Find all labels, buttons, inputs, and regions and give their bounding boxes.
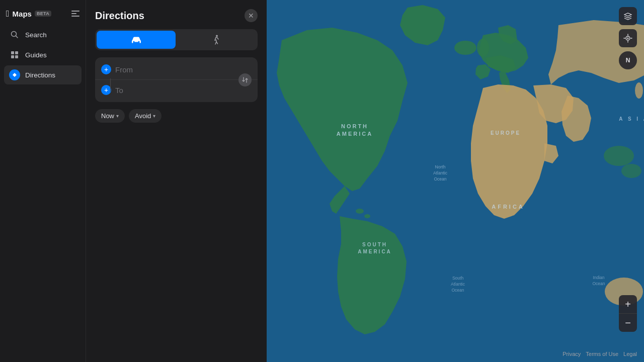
svg-text:Atlantic: Atlantic (451, 282, 465, 287)
close-button[interactable]: ✕ (245, 9, 258, 22)
zoom-controls: + − (619, 295, 637, 332)
map-layers-button[interactable] (619, 7, 637, 25)
from-input-row: + (95, 59, 258, 79)
svg-text:AFRICA: AFRICA (492, 204, 525, 210)
transport-tabs (95, 29, 258, 50)
svg-point-18 (604, 146, 634, 166)
map-footer: Privacy Terms of Use Legal (562, 351, 637, 357)
search-label: Search (25, 31, 47, 39)
time-chevron-icon: ▾ (116, 113, 119, 119)
app-header:  Maps BETA (0, 6, 86, 25)
avoid-option-label: Avoid (135, 112, 151, 120)
avoid-option-button[interactable]: Avoid ▾ (129, 109, 162, 123)
sidebar-collapse-button[interactable] (71, 11, 79, 17)
svg-point-13 (454, 41, 476, 55)
to-plus-icon[interactable]: + (101, 85, 111, 95)
legal-link[interactable]: Legal (623, 351, 637, 357)
location-icon (623, 34, 632, 43)
drive-tab[interactable] (97, 31, 176, 49)
apple-logo-icon:  (6, 9, 10, 18)
zoom-out-button[interactable]: − (619, 314, 637, 332)
guides-icon (9, 49, 20, 60)
svg-text:South: South (452, 276, 463, 281)
compass-label: N (626, 57, 630, 64)
compass-button[interactable]: N (619, 51, 637, 69)
app-name-label: Maps (13, 10, 32, 18)
svg-point-15 (364, 214, 370, 218)
svg-rect-1 (71, 13, 76, 14)
svg-rect-7 (11, 55, 14, 58)
svg-text:SOUTH: SOUTH (362, 242, 387, 247)
svg-point-19 (621, 164, 641, 178)
sidebar-item-search[interactable]: Search (4, 25, 82, 44)
directions-panel: Directions ✕ + + (86, 0, 267, 362)
svg-text:Ocean: Ocean (592, 281, 605, 286)
walk-tab[interactable] (177, 31, 256, 49)
panel-title: Directions (95, 10, 144, 22)
directions-label: Directions (25, 71, 55, 79)
svg-rect-0 (71, 11, 79, 12)
route-inputs: + + (95, 57, 258, 102)
layers-icon (623, 12, 632, 21)
from-input[interactable] (115, 65, 252, 74)
guides-label: Guides (25, 51, 47, 59)
panel-header: Directions ✕ (86, 0, 267, 29)
svg-text:Indian: Indian (593, 275, 604, 280)
svg-point-37 (627, 38, 629, 39)
time-option-button[interactable]: Now ▾ (95, 109, 125, 123)
svg-text:North: North (435, 164, 446, 169)
map-controls: N (619, 7, 637, 69)
search-icon (9, 29, 20, 40)
to-input-row: + (95, 79, 258, 100)
avoid-chevron-icon: ▾ (153, 113, 155, 119)
svg-rect-2 (71, 16, 79, 17)
world-map-svg: NORTH AMERICA EUROPE AFRICA SOUTH AMERIC… (267, 0, 644, 362)
svg-text:AMERICA: AMERICA (337, 131, 373, 137)
from-plus-icon[interactable]: + (101, 64, 111, 74)
svg-point-10 (138, 41, 139, 43)
directions-icon (9, 69, 20, 80)
options-row: Now ▾ Avoid ▾ (95, 109, 258, 123)
terms-link[interactable]: Terms of Use (586, 351, 618, 357)
privacy-link[interactable]: Privacy (562, 351, 581, 357)
svg-line-4 (16, 36, 18, 38)
car-icon (131, 35, 142, 44)
map-area[interactable]: NORTH AMERICA EUROPE AFRICA SOUTH AMERIC… (267, 0, 644, 362)
svg-text:Ocean: Ocean (451, 288, 464, 293)
swap-button[interactable] (238, 73, 252, 86)
svg-text:A S I A: A S I A (619, 116, 644, 122)
svg-point-17 (635, 82, 643, 99)
svg-rect-5 (11, 51, 14, 54)
svg-text:Ocean: Ocean (434, 176, 446, 182)
to-input[interactable] (115, 86, 252, 95)
svg-text:NORTH: NORTH (341, 123, 368, 129)
svg-text:EUROPE: EUROPE (491, 130, 521, 136)
svg-rect-6 (15, 51, 18, 54)
walk-icon (212, 35, 221, 45)
time-option-label: Now (101, 112, 114, 120)
app-title-row:  Maps BETA (6, 9, 51, 18)
svg-point-14 (356, 209, 364, 214)
beta-badge: BETA (35, 11, 51, 17)
zoom-in-button[interactable]: + (619, 295, 637, 313)
sidebar-nav: Search Guides Directions (0, 25, 86, 84)
sidebar-item-guides[interactable]: Guides (4, 45, 82, 64)
svg-point-11 (216, 35, 218, 37)
route-connector-line (110, 78, 111, 92)
svg-point-9 (133, 41, 134, 43)
svg-rect-8 (15, 55, 18, 58)
sidebar:  Maps BETA Search (0, 0, 86, 362)
svg-text:Atlantic: Atlantic (433, 170, 448, 175)
svg-point-16 (477, 39, 489, 57)
svg-text:AMERICA: AMERICA (358, 249, 392, 254)
location-button[interactable] (619, 29, 637, 47)
sidebar-item-directions[interactable]: Directions (4, 65, 82, 84)
swap-icon (242, 76, 249, 83)
